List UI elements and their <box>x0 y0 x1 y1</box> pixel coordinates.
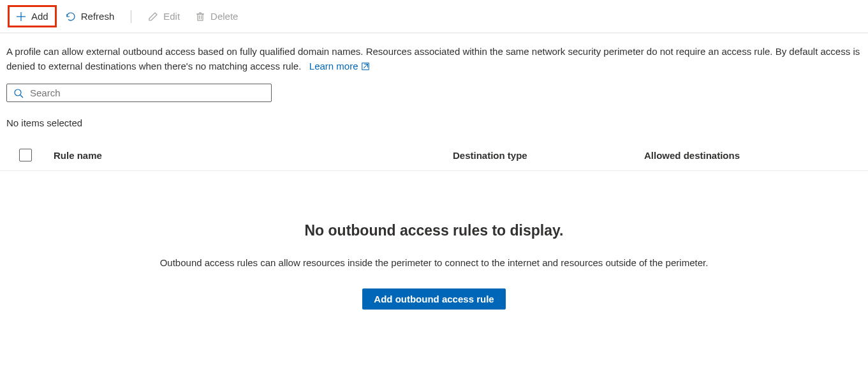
add-button-label: Add <box>31 11 48 22</box>
search-icon <box>13 88 24 98</box>
column-destination-type[interactable]: Destination type <box>453 150 644 161</box>
refresh-button[interactable]: Refresh <box>59 7 121 26</box>
rules-table: Rule name Destination type Allowed desti… <box>0 140 868 171</box>
toolbar-separator <box>131 10 131 23</box>
select-all-cell <box>6 149 45 161</box>
search-input[interactable] <box>30 87 265 98</box>
delete-icon <box>195 11 205 22</box>
learn-more-link[interactable]: Learn more <box>309 59 370 74</box>
learn-more-label: Learn more <box>309 59 358 74</box>
empty-state: No outbound access rules to display. Out… <box>0 171 868 335</box>
selection-status: No items selected <box>0 112 868 140</box>
svg-rect-2 <box>198 14 203 20</box>
svg-line-10 <box>20 95 23 98</box>
table-header: Rule name Destination type Allowed desti… <box>0 140 868 171</box>
refresh-button-label: Refresh <box>81 11 115 22</box>
svg-line-8 <box>364 64 367 68</box>
edit-button[interactable]: Edit <box>142 7 186 26</box>
add-outbound-rule-button[interactable]: Add outbound access rule <box>362 288 505 310</box>
empty-state-title: No outbound access rules to display. <box>13 222 855 239</box>
description-text: A profile can allow external outbound ac… <box>0 33 868 84</box>
column-allowed-destinations[interactable]: Allowed destinations <box>644 150 862 161</box>
plus-icon <box>16 11 26 22</box>
toolbar: Add Refresh Edit Delete <box>0 0 868 33</box>
external-link-icon <box>361 62 370 71</box>
edit-button-label: Edit <box>163 11 180 22</box>
svg-point-9 <box>15 89 21 96</box>
column-rule-name[interactable]: Rule name <box>45 150 453 161</box>
select-all-checkbox[interactable] <box>19 149 32 161</box>
add-button[interactable]: Add <box>10 7 55 26</box>
delete-button-label: Delete <box>210 11 238 22</box>
add-button-highlight: Add <box>8 5 57 27</box>
empty-state-subtitle: Outbound access rules can allow resource… <box>13 257 855 268</box>
edit-icon <box>148 11 158 22</box>
description-body: A profile can allow external outbound ac… <box>6 46 860 71</box>
refresh-icon <box>66 11 76 22</box>
search-box[interactable] <box>6 84 272 102</box>
delete-button[interactable]: Delete <box>189 7 244 26</box>
